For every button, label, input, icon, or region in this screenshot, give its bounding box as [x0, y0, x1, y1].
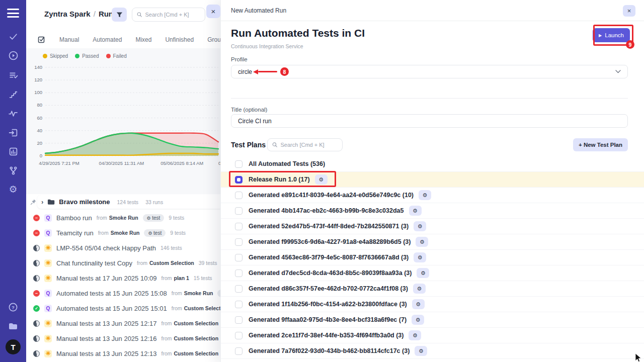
run-title[interactable]: LMP-554 05/04 check Happy Path	[56, 244, 156, 252]
drawer-close-button[interactable]: ×	[623, 5, 635, 17]
plan-checkbox[interactable]	[235, 316, 243, 324]
plan-gear-button[interactable]: ⚙	[413, 284, 426, 294]
new-test-plan-button[interactable]: + New Test Plan	[573, 138, 628, 151]
test-plan-row[interactable]: Generated e891c41f-8039-4e64-aa24-e0d56e…	[221, 188, 644, 203]
milestones-stairs-icon[interactable]	[0, 89, 26, 99]
plan-label[interactable]: Release Run 1.0 (17)	[249, 176, 310, 183]
tests-check-icon[interactable]	[0, 32, 26, 41]
milestone-pill[interactable]: › Bravo milestone 124 tests 33 runs	[37, 195, 220, 209]
plan-checkbox[interactable]	[235, 207, 243, 215]
run-row[interactable]: Manual tests at 13 Jun 2025 12:17 fromCu…	[26, 316, 220, 331]
plan-gear-button[interactable]: ⚙	[417, 268, 429, 278]
test-plan-row[interactable]: Generated 2ce11f7d-38ef-44fe-b353-4f694f…	[221, 328, 644, 343]
pin-icon[interactable]	[30, 199, 37, 205]
test-plan-row[interactable]: Generated f99953c6-9d6a-4227-91a8-e4a882…	[221, 234, 644, 250]
breadcrumb-project[interactable]: Zyntra Spark	[44, 10, 91, 18]
test-plan-row[interactable]: Generated 7a76f022-93d0-434b-b462-bb8114…	[221, 343, 644, 359]
run-row[interactable]: Chat functinality test Copy fromCustom S…	[26, 255, 220, 270]
runs-play-icon[interactable]	[0, 50, 26, 61]
run-title[interactable]: Manual tests at 13 Jun 2025 12:16	[56, 335, 156, 342]
pulse-activity-icon[interactable]	[0, 109, 26, 118]
user-avatar[interactable]: T	[0, 339, 26, 354]
settings-gear-icon[interactable]: ⚙	[0, 185, 26, 194]
run-from-name[interactable]: Custom Selection	[174, 320, 218, 326]
run-tab[interactable]: Manual	[59, 36, 79, 43]
test-plans-search[interactable]	[267, 138, 343, 151]
run-tab[interactable]: Groups	[207, 36, 220, 43]
run-from-name[interactable]: Smoke Run	[111, 230, 140, 236]
run-title[interactable]: Manual tests at 13 Jun 2025 12:17	[56, 320, 156, 327]
plan-gear-button[interactable]: ⚙	[419, 190, 431, 200]
plan-label[interactable]: Generated 9ffaaa02-975d-4b3e-8ee4-bcf318…	[249, 316, 407, 323]
import-signin-icon[interactable]	[0, 128, 26, 138]
test-plan-row[interactable]: Generated 52ed47b5-473f-44ff-8ded-7b2842…	[221, 219, 644, 234]
select-all-checklist-icon[interactable]	[37, 35, 46, 44]
test-plans-list-icon[interactable]	[0, 70, 26, 80]
test-plan-row[interactable]: Generated d7dec5cd-8cda-463d-8b5c-89039f…	[221, 265, 644, 281]
plan-gear-button[interactable]: ⚙	[416, 237, 428, 247]
plan-gear-button[interactable]: ⚙	[412, 315, 424, 325]
plan-checkbox[interactable]	[235, 160, 243, 168]
plan-checkbox[interactable]	[235, 223, 243, 230]
plan-gear-button[interactable]: ⚙	[415, 346, 427, 356]
run-title[interactable]: Automated tests at 15 Jun 2025 15:01	[56, 305, 167, 312]
plan-gear-button[interactable]: ⚙	[414, 221, 426, 231]
run-row[interactable]: Manual tests at 17 Jun 2025 10:09 frompl…	[26, 270, 220, 286]
plan-gear-button[interactable]: ⚙	[315, 174, 328, 185]
run-title[interactable]: Teamcity run	[56, 229, 94, 237]
plan-label[interactable]: Generated 4bb147ac-eb2c-4663-b99b-9c8e3c…	[249, 207, 404, 214]
plan-checkbox[interactable]	[235, 285, 243, 293]
plan-label[interactable]: Generated f99953c6-9d6a-4227-91a8-e4a882…	[249, 238, 411, 245]
run-title[interactable]: Manual tests at 13 Jun 2025 12:13	[56, 350, 156, 357]
plan-gear-button[interactable]: ⚙	[412, 299, 425, 309]
test-plan-row[interactable]: Release Run 1.0 (17) ⚙	[221, 172, 644, 188]
run-tab[interactable]: Unfinished	[165, 36, 194, 43]
run-from-name[interactable]: Custom Selection	[174, 350, 218, 356]
run-row[interactable]: Manual tests at 13 Jun 2025 12:13 fromCu…	[26, 346, 220, 361]
run-tab[interactable]: Automated	[93, 36, 122, 43]
test-plan-row[interactable]: Generated 4bb147ac-eb2c-4663-b99b-9c8e3c…	[221, 203, 644, 219]
plan-label[interactable]: Generated e891c41f-8039-4e64-aa24-e0d56e…	[249, 192, 414, 199]
plan-label[interactable]: All Automated Tests (536)	[249, 160, 325, 167]
profile-select[interactable]: circle	[231, 65, 628, 78]
run-from-name[interactable]: Custom Selection	[184, 305, 220, 311]
plan-checkbox[interactable]	[235, 301, 243, 308]
milestone-row[interactable]: › Bravo milestone 124 tests 33 runs	[26, 195, 220, 209]
branches-fork-icon[interactable]	[0, 166, 26, 175]
plan-label[interactable]: Generated d7dec5cd-8cda-463d-8b5c-89039f…	[249, 269, 412, 277]
plan-gear-button[interactable]: ⚙	[409, 330, 421, 340]
run-from-name[interactable]: Custom Selection	[149, 260, 194, 266]
run-from-name[interactable]: Smoke Run	[109, 215, 138, 221]
run-title[interactable]: Chat functinality test Copy	[56, 259, 132, 267]
plan-checkbox[interactable]	[235, 254, 243, 261]
plan-label[interactable]: Generated 1f14b256-f0bc-4154-a622-b23800…	[249, 301, 407, 308]
plan-label[interactable]: Generated d86c357f-57ee-462d-b702-0772ca…	[249, 285, 408, 292]
chevron-right-icon[interactable]: ›	[41, 198, 43, 206]
test-plan-row[interactable]: Generated d86c357f-57ee-462d-b702-0772ca…	[221, 281, 644, 297]
plan-checkbox[interactable]	[235, 332, 243, 339]
test-plans-search-input[interactable]	[280, 142, 338, 148]
plan-gear-button[interactable]: ⚙	[409, 206, 422, 216]
run-title[interactable]: Manual tests at 17 Jun 2025 10:09	[56, 275, 156, 282]
run-row[interactable]: Teamcity run fromSmoke Run test 9 tests	[26, 225, 220, 240]
plan-label[interactable]: Generated 2ce11f7d-38ef-44fe-b353-4f694f…	[249, 332, 404, 339]
search-input[interactable]	[145, 12, 200, 18]
run-row[interactable]: LMP-554 05/04 check Happy Path 146 tests	[26, 240, 220, 255]
test-plan-row[interactable]: All Automated Tests (536) ⚙	[221, 156, 644, 172]
panel-close-button[interactable]: ×	[206, 5, 220, 18]
launch-button[interactable]: ▶ Launch	[593, 28, 630, 42]
plan-checkbox[interactable]	[235, 176, 243, 184]
run-title[interactable]: Bamboo run	[56, 214, 92, 222]
run-from-name[interactable]: Custom Selection	[174, 335, 218, 341]
plan-checkbox[interactable]	[235, 192, 243, 199]
run-row[interactable]: Automated tests at 15 Jun 2025 15:08 fro…	[26, 286, 220, 301]
run-row[interactable]: Automated tests at 15 Jun 2025 15:01 fro…	[26, 301, 220, 316]
plan-label[interactable]: Generated 52ed47b5-473f-44ff-8ded-7b2842…	[249, 223, 409, 230]
run-title[interactable]: Automated tests at 15 Jun 2025 15:08	[56, 290, 167, 297]
run-from-name[interactable]: plan 1	[174, 275, 189, 281]
plan-checkbox[interactable]	[235, 238, 243, 246]
run-row[interactable]: Manual tests at 13 Jun 2025 12:16 fromCu…	[26, 331, 220, 346]
plan-gear-button[interactable]: ⚙	[414, 252, 426, 262]
run-from-name[interactable]: Smoke Run	[184, 290, 213, 296]
test-plan-row[interactable]: Generated 9ffaaa02-975d-4b3e-8ee4-bcf318…	[221, 312, 644, 328]
